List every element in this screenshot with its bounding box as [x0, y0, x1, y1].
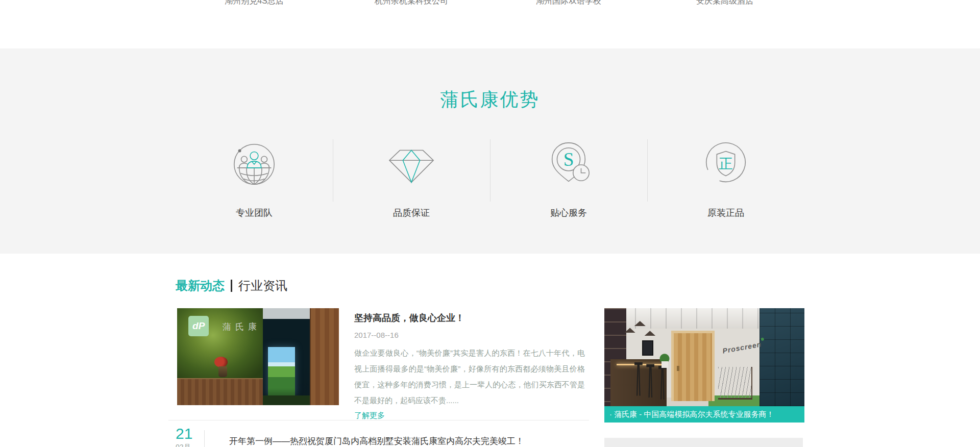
pendant-lamp [644, 331, 655, 336]
feature-service: S 贴心服务 [490, 139, 647, 219]
company-logo-mark: dP [188, 316, 209, 336]
partner-item[interactable]: 湖州别克4S总店 [225, 0, 284, 7]
news-item-day: 21 [176, 426, 204, 441]
wall-picture [642, 340, 653, 356]
service-clock-icon: S [490, 139, 647, 189]
feature-quality: 品质保证 [333, 139, 490, 219]
advantages-section: 蒲氏康优势 [0, 48, 980, 254]
list-divider [168, 420, 589, 420]
heading-divider [231, 280, 232, 292]
news-heading-secondary: 行业资讯 [238, 278, 287, 294]
wall-brand-logo: Proscreen [722, 340, 762, 355]
feature-label: 贴心服务 [490, 207, 647, 219]
feature-authentic: 正 原装正品 [647, 139, 804, 219]
room-floor [263, 395, 310, 405]
feature-team: 专业团队 [176, 139, 333, 219]
news-item-divider [204, 430, 205, 447]
news-item-title[interactable]: 开年第一例——热烈祝贺厦门岛内高档别墅安装蒲氏康室内高尔夫完美竣工！ [229, 426, 524, 447]
svg-text:S: S [564, 149, 574, 170]
partner-item[interactable]: 杭州余杭某科技公司 [375, 0, 448, 7]
padded-wall [760, 308, 804, 406]
partner-strip: 湖州别克4S总店 杭州余杭某科技公司 湖州国际双语学校 安庆某高级酒店 [0, 0, 980, 11]
section-title: 蒲氏康优势 [0, 48, 980, 112]
feature-row: 专业团队 品质保证 S 贴心服 [176, 139, 804, 219]
news-heading: 最新动态 行业资讯 [176, 278, 287, 294]
news-list-item: 21 02月 开年第一例——热烈祝贺厦门岛内高档别墅安装蒲氏康室内高尔夫完美竣工… [176, 426, 524, 447]
room-ceiling [263, 308, 310, 319]
reception-counter [177, 378, 263, 405]
golf-screen [268, 347, 296, 395]
news-item-month: 02月 [176, 443, 204, 447]
promo-image[interactable]: Proscreen [604, 308, 804, 406]
news-section: 最新动态 行业资讯 dP 蒲氏康 坚持高品质，做良心企业！ 2017--08--… [0, 254, 980, 447]
feature-label: 原装正品 [647, 207, 804, 219]
authentic-shield-icon: 正 [647, 139, 804, 189]
promo-block: Proscreen · 蒲氏康 - 中国高端模拟高尔夫系统专业服务商！ [604, 308, 804, 423]
wood-panel [310, 308, 339, 405]
read-more-link[interactable]: 了解更多 [354, 411, 585, 420]
company-logo-text: 蒲氏康 [223, 321, 261, 333]
wood-door [671, 331, 714, 401]
news-heading-primary: 最新动态 [176, 278, 225, 294]
featured-article-text: 坚持高品质，做良心企业！ 2017--08--16 做企业要做良心，“物美价廉”… [354, 308, 585, 420]
featured-article-title[interactable]: 坚持高品质，做良心企业！ [354, 312, 585, 324]
diamond-icon [333, 139, 490, 189]
partner-item[interactable]: 安庆某高级酒店 [696, 0, 753, 7]
vase-decor [218, 366, 227, 377]
featured-article-excerpt: 做企业要做良心，“物美价廉”其实是害人的东西！在七八十年代，电视上面播得最多的是… [354, 345, 585, 408]
svg-text:正: 正 [719, 156, 732, 171]
flower-decor [214, 357, 228, 367]
featured-article-date: 2017--08--16 [354, 331, 585, 339]
feature-label: 品质保证 [333, 207, 490, 219]
promo-caption[interactable]: · 蒲氏康 - 中国高端模拟高尔夫系统专业服务商！ [604, 406, 804, 423]
news-item-dateblock: 21 02月 [176, 426, 204, 447]
team-globe-icon [176, 139, 333, 189]
partner-item[interactable]: 湖州国际双语学校 [536, 0, 601, 7]
featured-article-image[interactable]: dP 蒲氏康 [177, 308, 339, 405]
next-content-peek [604, 438, 803, 447]
feature-label: 专业团队 [176, 207, 333, 219]
plant-pot [662, 361, 668, 368]
golf-club-rack [718, 367, 752, 399]
featured-article: dP 蒲氏康 坚持高品质，做良心企业！ 2017--08--16 做企业要做良心… [177, 308, 585, 420]
